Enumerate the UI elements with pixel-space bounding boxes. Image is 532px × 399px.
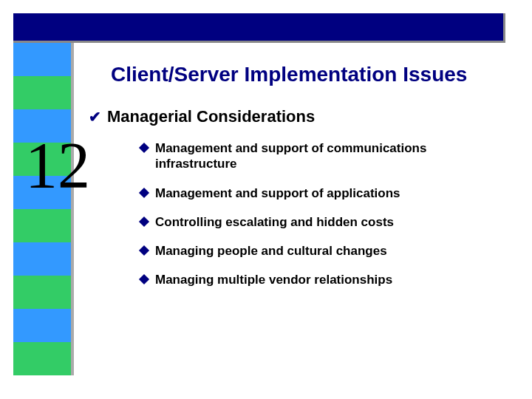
list-item: Management and support of applications (140, 185, 510, 201)
stripe (13, 342, 71, 375)
stripe (13, 276, 71, 309)
diamond-icon (139, 143, 149, 153)
side-stripes (13, 43, 71, 375)
list-item-text: Management and support of communications… (155, 140, 510, 172)
diamond-icon (139, 187, 149, 197)
diamond-icon (139, 274, 149, 284)
subhead-bullet-icon: ✔ (89, 107, 101, 126)
slide-title: Client/Server Implementation Issues (111, 63, 467, 86)
list-item-text: Controlling escalating and hidden costs (155, 214, 394, 230)
stripe (13, 242, 71, 276)
stripe (13, 209, 71, 242)
stripe (13, 76, 71, 109)
subheading-text: Managerial Considerations (107, 107, 315, 126)
list-item: Management and support of communications… (140, 140, 510, 172)
stripe-shadow (71, 43, 74, 375)
header-bar (13, 13, 505, 43)
stripe (13, 43, 71, 76)
diamond-icon (139, 245, 149, 256)
chapter-number: 12 (13, 133, 102, 198)
diamond-icon (139, 216, 149, 227)
list-item-text: Managing people and cultural changes (155, 243, 387, 259)
subheading: ✔ Managerial Considerations (89, 107, 315, 126)
list-item-text: Managing multiple vendor relationships (155, 272, 392, 287)
list-item: Managing multiple vendor relationships (140, 272, 510, 287)
list-item: Controlling escalating and hidden costs (140, 214, 510, 230)
bullet-list: Management and support of communications… (140, 140, 510, 301)
stripe (13, 309, 71, 342)
list-item: Managing people and cultural changes (140, 243, 510, 259)
list-item-text: Management and support of applications (155, 185, 400, 201)
